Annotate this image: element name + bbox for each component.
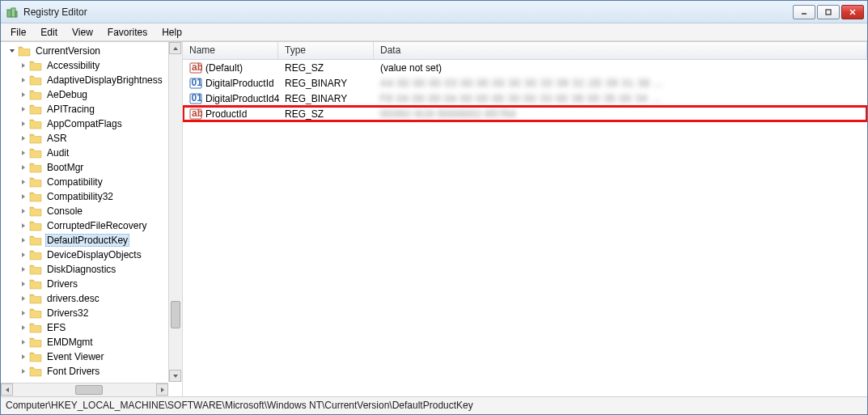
menu-view[interactable]: View [66,25,100,40]
binary-value-icon [189,77,202,90]
tree-item-label: Event Viewer [45,351,105,362]
scroll-down-arrow[interactable] [169,370,181,382]
expander-icon[interactable] [19,338,28,347]
expander-icon[interactable] [19,280,28,289]
window-title: Registry Editor [23,6,793,18]
menu-help[interactable]: Help [155,25,188,40]
tree-item-emdmgmt[interactable]: EMDMgmt [1,335,182,349]
tree-item-label: Drivers [45,278,79,290]
expander-icon[interactable] [19,222,28,231]
tree-parent-label: CurrentVersion [34,45,102,57]
tree-item-audit[interactable]: Audit [1,146,182,160]
expander-icon[interactable] [19,265,28,274]
tree-item-fontdrivers[interactable]: Font Drivers [1,364,182,379]
expander-icon[interactable] [19,193,28,201]
list-pane[interactable]: Name Type Data (Default)REG_SZ(value not… [183,42,867,396]
expander-icon[interactable] [19,105,28,114]
scroll-left-arrow[interactable] [1,383,13,396]
window-controls [793,5,864,19]
expander-icon[interactable] [19,207,28,216]
close-button[interactable] [841,5,864,19]
tree-item-asr[interactable]: ASR [1,131,182,146]
tree-item-compatibility32[interactable]: Compatibility32 [1,189,182,204]
column-header-type[interactable]: Type [278,42,374,59]
app-icon [6,6,19,19]
folder-icon [29,278,42,290]
tree-item-efs[interactable]: EFS [1,320,182,335]
expander-icon[interactable] [19,163,28,172]
expander-icon[interactable] [19,149,28,158]
expander-icon[interactable] [7,47,16,56]
tree-item-console[interactable]: Console [1,204,182,218]
column-header-data[interactable]: Data [374,42,867,59]
value-row-productid[interactable]: ProductIdREG_SZ00392-918-5000002-85764 [183,106,867,121]
expander-icon[interactable] [19,294,28,303]
tree-horizontal-scrollbar[interactable] [1,383,168,396]
tree-item-compatibility[interactable]: Compatibility [1,175,182,189]
expander-icon[interactable] [19,120,28,129]
expander-icon[interactable] [19,367,28,376]
folder-icon [29,118,42,129]
expander-icon[interactable] [19,353,28,362]
value-type: REG_SZ [282,108,377,120]
minimize-button[interactable] [793,5,815,19]
value-row-digitalproductid4[interactable]: DigitalProductId4REG_BINARYF8 04 00 00 0… [183,91,867,106]
expander-icon[interactable] [19,61,28,70]
tree-vertical-scrollbar[interactable] [168,42,182,382]
tree-item-diskdiagnostics[interactable]: DiskDiagnostics [1,262,182,277]
folder-icon [29,133,42,144]
menu-edit[interactable]: Edit [34,25,64,40]
expander-icon[interactable] [19,91,28,100]
folder-icon [29,74,42,86]
tree-item-adaptivedisplaybrightness[interactable]: AdaptiveDisplayBrightness [1,73,182,87]
column-header-name[interactable]: Name [183,42,278,59]
vertical-scroll-thumb[interactable] [171,301,180,328]
tree-item-apitracing[interactable]: APITracing [1,102,182,116]
expander-icon[interactable] [19,178,28,187]
tree-item-appcompatflags[interactable]: AppCompatFlags [1,116,182,131]
expander-icon[interactable] [19,251,28,260]
tree-parent-currentversion[interactable]: CurrentVersion [1,44,182,58]
menubar: File Edit View Favorites Help [1,23,867,41]
folder-icon [29,220,42,231]
titlebar[interactable]: Registry Editor [1,1,867,23]
tree-item-label: EFS [45,322,67,333]
tree-item-corruptedfilerecovery[interactable]: CorruptedFileRecovery [1,218,182,233]
tree-item-label: Audit [45,147,70,159]
horizontal-scroll-thumb[interactable] [75,385,103,395]
tree-item-devicedisplayobjects[interactable]: DeviceDisplayObjects [1,248,182,262]
value-name: DigitalProductId4 [205,93,279,104]
tree-item-bootmgr[interactable]: BootMgr [1,160,182,175]
menu-favorites[interactable]: Favorites [101,25,154,40]
string-value-icon [189,61,202,74]
content-area: CurrentVersionAccessibilityAdaptiveDispl… [1,41,867,396]
expander-icon[interactable] [19,309,28,318]
folder-icon [29,89,42,100]
scroll-right-arrow[interactable] [156,383,168,396]
expander-icon[interactable] [19,76,28,85]
expander-icon[interactable] [19,236,28,245]
scroll-up-arrow[interactable] [169,42,181,54]
folder-icon [29,337,42,348]
tree-item-eventviewer[interactable]: Event Viewer [1,349,182,364]
folder-icon [29,366,42,377]
tree-item-driversdesc[interactable]: drivers.desc [1,291,182,306]
folder-icon [29,293,42,304]
tree-item-label: Font Drivers [45,366,101,377]
expander-icon[interactable] [19,324,28,332]
statusbar: Computer\HKEY_LOCAL_MACHINE\SOFTWARE\Mic… [1,396,867,414]
tree-item-drivers[interactable]: Drivers [1,277,182,291]
tree-item-defaultproductkey[interactable]: DefaultProductKey [1,233,182,248]
tree-item-drivers32[interactable]: Drivers32 [1,306,182,320]
tree-item-aedebug[interactable]: AeDebug [1,87,182,102]
value-row-digitalproductid[interactable]: DigitalProductIdREG_BINARYA4 00 00 00 03… [183,75,867,91]
menu-file[interactable]: File [4,25,32,40]
maximize-button[interactable] [817,5,840,19]
tree-item-label: Accessibility [45,60,101,71]
tree-pane[interactable]: CurrentVersionAccessibilityAdaptiveDispl… [1,42,183,396]
list-body[interactable]: (Default)REG_SZ(value not set)DigitalPro… [183,60,867,396]
value-row-default[interactable]: (Default)REG_SZ(value not set) [183,60,867,75]
expander-icon[interactable] [19,134,28,143]
tree-item-label: CorruptedFileRecovery [45,220,148,231]
tree-item-accessibility[interactable]: Accessibility [1,58,182,73]
